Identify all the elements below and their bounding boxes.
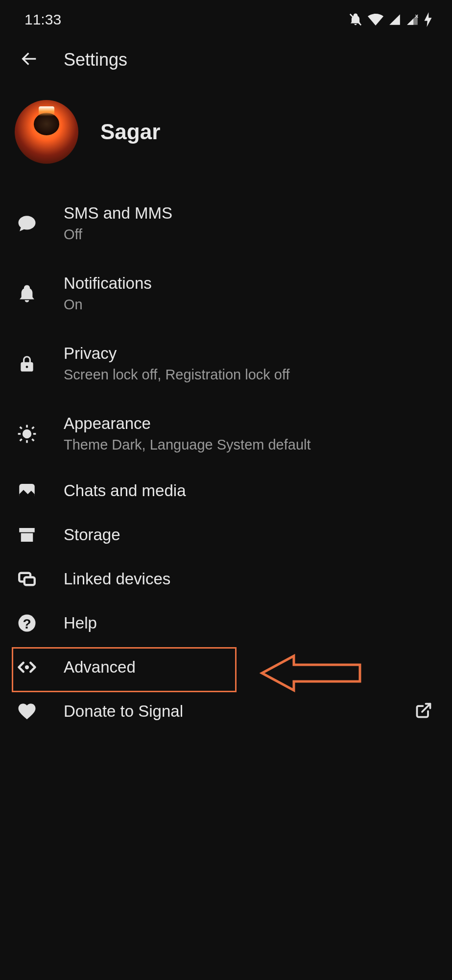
menu-item-donate[interactable]: Donate to Signal [0, 689, 452, 733]
menu-item-sms[interactable]: SMS and MMS Off [0, 188, 452, 258]
help-icon: ? [15, 611, 39, 635]
svg-line-11 [32, 427, 34, 428]
menu-text: Chats and media [64, 481, 437, 500]
menu-text: Linked devices [64, 570, 437, 588]
menu-subtitle: Screen lock off, Registration lock off [64, 367, 437, 383]
svg-line-10 [20, 439, 22, 441]
svg-rect-14 [21, 533, 33, 542]
svg-text:X: X [415, 13, 418, 19]
menu-subtitle: On [64, 297, 437, 313]
menu-title: Chats and media [64, 481, 437, 500]
avatar [15, 100, 78, 164]
profile-name: Sagar [100, 120, 160, 144]
heart-icon [15, 699, 39, 724]
menu-title: Privacy [64, 344, 437, 363]
menu-item-advanced[interactable]: Advanced [0, 645, 452, 689]
svg-text:?: ? [23, 616, 31, 631]
bell-icon [15, 281, 39, 306]
menu-text: Storage [64, 526, 437, 544]
status-icons: X [348, 12, 432, 27]
menu-item-linked-devices[interactable]: Linked devices [0, 557, 452, 601]
menu-text: Donate to Signal [64, 702, 390, 721]
charging-icon [424, 12, 432, 27]
svg-line-20 [422, 704, 430, 712]
sun-icon [15, 422, 39, 446]
wifi-icon [368, 13, 383, 26]
menu-title: Help [64, 614, 437, 632]
menu-title: Donate to Signal [64, 702, 390, 721]
signal-icon [388, 13, 401, 26]
menu-item-privacy[interactable]: Privacy Screen lock off, Registration lo… [0, 328, 452, 399]
svg-rect-13 [19, 528, 35, 532]
menu-text: Appearance Theme Dark, Language System d… [64, 414, 437, 453]
menu-text: Advanced [64, 658, 437, 677]
menu-title: Advanced [64, 658, 437, 677]
svg-line-7 [32, 439, 34, 441]
menu-subtitle: Theme Dark, Language System default [64, 437, 437, 453]
menu-title: Notifications [64, 274, 437, 293]
menu-title: Storage [64, 526, 437, 544]
menu-title: Linked devices [64, 570, 437, 588]
svg-line-6 [20, 427, 22, 428]
archive-icon [15, 523, 39, 547]
signal-x-icon: X [406, 13, 419, 26]
image-icon [15, 478, 39, 503]
code-icon [15, 655, 39, 679]
menu-title: SMS and MMS [64, 204, 437, 223]
menu-item-storage[interactable]: Storage [0, 513, 452, 557]
profile-section[interactable]: Sagar [0, 85, 452, 188]
header: Settings [0, 34, 452, 85]
lock-icon [15, 352, 39, 376]
menu-item-chats[interactable]: Chats and media [0, 469, 452, 513]
menu-text: Privacy Screen lock off, Registration lo… [64, 344, 437, 383]
menu-list: SMS and MMS Off Notifications On Privacy… [0, 188, 452, 733]
menu-item-help[interactable]: ? Help [0, 601, 452, 645]
menu-item-notifications[interactable]: Notifications On [0, 258, 452, 328]
menu-text: Help [64, 614, 437, 632]
svg-rect-16 [24, 578, 35, 585]
menu-item-appearance[interactable]: Appearance Theme Dark, Language System d… [0, 399, 452, 469]
status-bar: 11:33 X [0, 0, 452, 34]
linked-devices-icon [15, 567, 39, 591]
svg-point-3 [24, 430, 31, 437]
page-title: Settings [64, 50, 127, 70]
menu-title: Appearance [64, 414, 437, 433]
svg-point-19 [26, 666, 28, 668]
menu-text: SMS and MMS Off [64, 204, 437, 243]
external-link-icon [415, 702, 432, 721]
menu-text: Notifications On [64, 274, 437, 313]
chat-bubble-icon [15, 211, 39, 236]
bell-off-icon [348, 12, 363, 27]
status-time: 11:33 [24, 11, 61, 28]
menu-subtitle: Off [64, 226, 437, 243]
back-button[interactable] [20, 49, 39, 71]
